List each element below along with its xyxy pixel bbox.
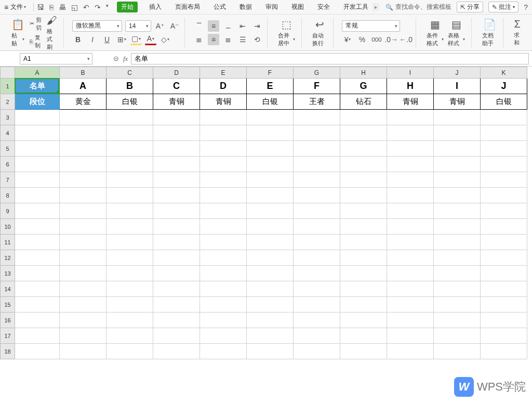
preview-icon[interactable]: ◱ bbox=[71, 3, 78, 11]
cell[interactable] bbox=[294, 235, 340, 250]
merge-center-button[interactable]: ⬚ 合并居中▾ bbox=[276, 18, 297, 47]
row-header[interactable]: 3 bbox=[1, 110, 15, 125]
cell[interactable] bbox=[107, 250, 153, 266]
cell[interactable] bbox=[434, 344, 481, 359]
format-painter-button[interactable]: 🖌 格式刷 bbox=[45, 15, 59, 51]
cell[interactable] bbox=[294, 203, 340, 219]
column-header[interactable]: C bbox=[107, 67, 153, 79]
cell[interactable] bbox=[340, 250, 387, 266]
cell[interactable] bbox=[340, 313, 387, 328]
export-icon[interactable]: ⎘ bbox=[49, 3, 54, 11]
cell[interactable] bbox=[247, 250, 294, 266]
cell[interactable] bbox=[387, 203, 434, 219]
cell[interactable] bbox=[481, 250, 527, 266]
comma-button[interactable]: 000 bbox=[371, 34, 382, 45]
row-header[interactable]: 6 bbox=[1, 157, 15, 172]
align-center-button[interactable]: ≡ bbox=[208, 34, 219, 45]
cell[interactable] bbox=[481, 219, 527, 235]
cell[interactable] bbox=[481, 235, 527, 250]
font-name-combo[interactable]: 微软雅黑 bbox=[72, 20, 122, 32]
row-header[interactable]: 17 bbox=[1, 328, 15, 344]
cell[interactable] bbox=[387, 266, 434, 281]
cell[interactable] bbox=[434, 219, 481, 235]
search-box[interactable]: 🔍 查找命令、搜索模板 bbox=[385, 3, 451, 11]
cell[interactable] bbox=[481, 344, 527, 359]
redo-icon[interactable]: ↷ bbox=[95, 3, 101, 11]
sum-button[interactable]: Σ 求和 bbox=[512, 18, 523, 47]
cell[interactable] bbox=[153, 110, 200, 125]
cell[interactable] bbox=[294, 219, 340, 235]
cell[interactable] bbox=[434, 235, 481, 250]
cell[interactable] bbox=[434, 328, 481, 344]
italic-button[interactable]: I bbox=[87, 34, 98, 45]
cell[interactable] bbox=[340, 328, 387, 344]
cell[interactable] bbox=[294, 281, 340, 297]
name-box[interactable]: A1 bbox=[20, 53, 92, 64]
cell[interactable] bbox=[481, 297, 527, 313]
cell[interactable] bbox=[434, 125, 481, 141]
cell[interactable] bbox=[340, 110, 387, 125]
cell[interactable] bbox=[153, 157, 200, 172]
cell[interactable] bbox=[153, 203, 200, 219]
cell[interactable] bbox=[107, 266, 153, 281]
cell[interactable] bbox=[107, 141, 153, 157]
cell[interactable] bbox=[434, 141, 481, 157]
cell[interactable] bbox=[247, 313, 294, 328]
cell[interactable] bbox=[434, 281, 481, 297]
row-header[interactable]: 2 bbox=[1, 94, 15, 110]
cell[interactable] bbox=[200, 157, 247, 172]
file-menu[interactable]: ≡ 文件 ▾ bbox=[4, 3, 26, 11]
table-style-button[interactable]: ▤ 表格样式▾ bbox=[446, 18, 467, 47]
cell[interactable] bbox=[294, 125, 340, 141]
row-header[interactable]: 7 bbox=[1, 172, 15, 188]
more-tabs-button[interactable]: ▸ bbox=[373, 3, 379, 11]
cell[interactable]: 黄金 bbox=[60, 94, 107, 110]
cell[interactable] bbox=[107, 313, 153, 328]
cell[interactable] bbox=[153, 266, 200, 281]
cell[interactable] bbox=[107, 172, 153, 188]
cell[interactable] bbox=[60, 125, 107, 141]
cell[interactable] bbox=[200, 172, 247, 188]
cell[interactable] bbox=[200, 188, 247, 203]
row-header[interactable]: 8 bbox=[1, 188, 15, 203]
cell[interactable]: 青铜 bbox=[387, 94, 434, 110]
font-size-combo[interactable]: 14 bbox=[125, 20, 151, 32]
cell[interactable]: 青铜 bbox=[434, 94, 481, 110]
share-button[interactable]: ⇱ 分享 bbox=[457, 2, 483, 12]
cell[interactable] bbox=[294, 250, 340, 266]
cell[interactable] bbox=[294, 172, 340, 188]
cell[interactable] bbox=[247, 328, 294, 344]
cell[interactable] bbox=[387, 281, 434, 297]
column-header[interactable]: D bbox=[153, 67, 200, 79]
cell[interactable] bbox=[200, 313, 247, 328]
cell[interactable]: J bbox=[481, 79, 527, 94]
cell[interactable] bbox=[15, 203, 60, 219]
cell[interactable] bbox=[340, 141, 387, 157]
cell[interactable] bbox=[153, 219, 200, 235]
comment-button[interactable]: ✎ 批注 ▾ bbox=[488, 2, 518, 12]
column-header[interactable]: I bbox=[387, 67, 434, 79]
cell[interactable] bbox=[481, 281, 527, 297]
cell[interactable] bbox=[294, 328, 340, 344]
cell[interactable] bbox=[60, 328, 107, 344]
tab-dev[interactable]: 开发工具 bbox=[341, 2, 370, 12]
row-header[interactable]: 5 bbox=[1, 141, 15, 157]
tab-view[interactable]: 视图 bbox=[289, 2, 306, 12]
cell[interactable] bbox=[200, 219, 247, 235]
tab-insert[interactable]: 插入 bbox=[147, 2, 164, 12]
row-header[interactable]: 10 bbox=[1, 219, 15, 235]
cell[interactable] bbox=[247, 235, 294, 250]
cell[interactable] bbox=[340, 125, 387, 141]
cell[interactable] bbox=[294, 157, 340, 172]
cell[interactable] bbox=[340, 172, 387, 188]
chevron-down-icon[interactable]: ▾ bbox=[106, 3, 109, 11]
cell[interactable]: I bbox=[434, 79, 481, 94]
decrease-font-icon[interactable]: A⁻ bbox=[169, 20, 180, 32]
cell[interactable] bbox=[340, 219, 387, 235]
cell[interactable] bbox=[247, 157, 294, 172]
font-color-button[interactable]: A▾ bbox=[145, 34, 156, 45]
cell[interactable] bbox=[153, 188, 200, 203]
percent-button[interactable]: % bbox=[356, 34, 368, 45]
cell[interactable] bbox=[247, 188, 294, 203]
row-header[interactable]: 18 bbox=[1, 344, 15, 359]
